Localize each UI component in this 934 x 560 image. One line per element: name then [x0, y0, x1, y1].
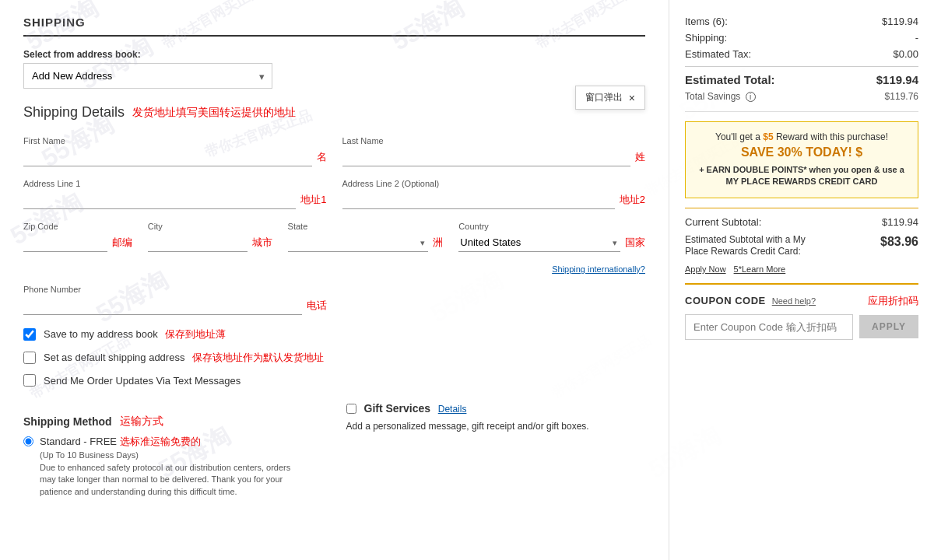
state-note: 洲 [433, 236, 443, 250]
last-name-input-wrapper: 姓 [342, 148, 646, 166]
standard-shipping-radio[interactable] [23, 436, 33, 446]
reward-amount: $5 [763, 131, 773, 142]
learn-more-link[interactable]: 5*Learn More [734, 264, 786, 274]
default-address-label[interactable]: Set as default shipping address 保存该地址作为默… [44, 351, 324, 365]
first-name-input[interactable] [23, 148, 312, 166]
state-select-wrapper[interactable] [288, 233, 429, 252]
phone-input-wrapper: 电话 [23, 296, 327, 315]
address1-input-wrapper: 地址1 [23, 191, 327, 209]
default-address-note: 保存该地址作为默认发货地址 [192, 352, 324, 363]
last-name-note: 姓 [635, 150, 645, 164]
address-book-select-wrapper[interactable]: Add New Address [23, 63, 272, 89]
gift-details-link[interactable]: Details [438, 404, 467, 415]
current-subtotal-value: $119.94 [882, 216, 918, 228]
standard-label: Standard - FREE [40, 436, 117, 447]
address-book-select[interactable]: Add New Address [23, 63, 272, 89]
country-select-wrapper[interactable]: United States [458, 233, 620, 252]
items-value: $119.94 [882, 16, 918, 27]
rewards-subtotal-row: Estimated Subtotal with a My Place Rewar… [685, 234, 918, 258]
popup-close-button[interactable]: × [629, 92, 635, 104]
coupon-input[interactable] [685, 314, 853, 340]
coupon-input-row: APPLY [685, 314, 918, 340]
gift-label-group: Gift Services Details [364, 402, 467, 415]
zip-input[interactable] [23, 233, 107, 252]
zip-label: Zip Code [23, 222, 132, 231]
gift-services-label: Gift Services [364, 402, 431, 415]
total-value: $119.94 [876, 73, 918, 86]
zip-note: 邮编 [112, 236, 132, 250]
default-address-checkbox[interactable] [23, 352, 36, 364]
phone-note: 电话 [307, 299, 327, 313]
need-help-link[interactable]: Need help? [772, 296, 816, 306]
bottom-form-row: Shipping Method 运输方式 Standard - FREE 选标准… [23, 399, 645, 502]
city-note: 城市 [252, 236, 272, 250]
save-address-checkbox[interactable] [23, 328, 36, 341]
first-name-group: First Name 名 [23, 136, 327, 166]
popup-text: 窗口弹出 [585, 91, 623, 104]
last-name-input[interactable] [342, 148, 631, 166]
rewards-cc-label: Estimated Subtotal with a My Place Rewar… [685, 234, 825, 258]
shipping-details-note: 发货地址填写美国转运提供的地址 [132, 106, 296, 120]
gift-services-section: Gift Services Details Add a personalized… [331, 402, 646, 502]
summary-divider [685, 66, 918, 67]
standard-shipping-label-group: Standard - FREE 选标准运输免费的 (Up To 10 Busin… [40, 435, 307, 498]
items-row: Items (6): $119.94 [685, 16, 918, 27]
apply-links-row: Apply Now 5*Learn More [685, 264, 918, 274]
standard-sublabel: (Up To 10 Business Days) [40, 450, 307, 460]
address2-note: 地址2 [620, 193, 645, 207]
total-label: Estimated Total: [685, 73, 775, 86]
phone-group: Phone Number 电话 [23, 285, 327, 315]
order-summary-section: Items (6): $119.94 Shipping: - Estimated… [685, 16, 918, 112]
state-select[interactable] [288, 233, 429, 252]
city-group: City 城市 [148, 222, 272, 252]
sms-label[interactable]: Send Me Order Updates Via Text Messages [44, 375, 241, 387]
address1-note: 地址1 [300, 193, 326, 207]
state-label: State [288, 222, 444, 231]
gift-row: Gift Services Details [346, 402, 630, 415]
gift-services-checkbox[interactable] [346, 404, 356, 414]
country-group: Country United States 国家 [458, 222, 645, 252]
shipping-row: Shipping: - [685, 32, 918, 44]
city-input-wrapper: 城市 [148, 233, 272, 252]
shipping-internationally-link[interactable]: Shipping internationally? [23, 264, 645, 274]
address1-label: Address Line 1 [23, 179, 327, 188]
standard-description: Due to enhanced safety protocol at our d… [40, 462, 307, 498]
coupon-section: COUPON CODE Need help? 应用折扣码 APPLY [685, 283, 918, 340]
reward-line1: You'll get a $5 Reward with this purchas… [695, 131, 908, 142]
shipping-method-title: Shipping Method 运输方式 [23, 415, 307, 429]
save-today-line: SAVE 30% TODAY! $ [695, 145, 908, 159]
country-input-wrapper: United States 国家 [458, 233, 645, 252]
city-input[interactable] [148, 233, 248, 252]
coupon-header: COUPON CODE Need help? 应用折扣码 [685, 294, 918, 308]
sms-checkbox[interactable] [23, 374, 36, 387]
address2-input[interactable] [342, 191, 615, 209]
save-address-note: 保存到地址薄 [165, 328, 226, 340]
popup-banner: 窗口弹出 × [575, 86, 645, 110]
sms-row: Send Me Order Updates Via Text Messages [23, 374, 645, 387]
address2-input-wrapper: 地址2 [342, 191, 646, 209]
gift-description: Add a personalized message, gift receipt… [346, 421, 630, 432]
apply-now-link[interactable]: Apply Now [685, 264, 726, 274]
shipping-section-title: SHIPPING [23, 16, 645, 37]
rewards-cc-value: $83.96 [880, 234, 918, 258]
country-note: 国家 [625, 236, 645, 250]
shipping-value: - [915, 32, 918, 44]
address1-input[interactable] [23, 191, 296, 209]
address-book-row: Select from address book: Add New Addres… [23, 49, 645, 89]
shipping-method-section: Shipping Method 运输方式 Standard - FREE 选标准… [23, 415, 307, 502]
phone-input[interactable] [23, 296, 302, 315]
tax-label: Estimated Tax: [685, 48, 751, 60]
zip-input-wrapper: 邮编 [23, 233, 132, 252]
savings-info-icon[interactable]: i [746, 92, 756, 102]
reward-box: You'll get a $5 Reward with this purchas… [685, 121, 918, 198]
zip-group: Zip Code 邮编 [23, 222, 132, 252]
save-address-label[interactable]: Save to my address book 保存到地址薄 [44, 327, 226, 341]
shipping-details-header: Shipping Details 发货地址填写美国转运提供的地址 [23, 104, 645, 121]
apply-coupon-button[interactable]: APPLY [859, 315, 918, 338]
country-select[interactable]: United States [458, 233, 620, 252]
state-group: State 洲 [288, 222, 444, 252]
shipping-label: Shipping: [685, 32, 727, 44]
address2-group: Address Line 2 (Optional) 地址2 [342, 179, 646, 209]
phone-label: Phone Number [23, 285, 327, 294]
standard-shipping-row: Standard - FREE 选标准运输免费的 (Up To 10 Busin… [23, 435, 307, 498]
